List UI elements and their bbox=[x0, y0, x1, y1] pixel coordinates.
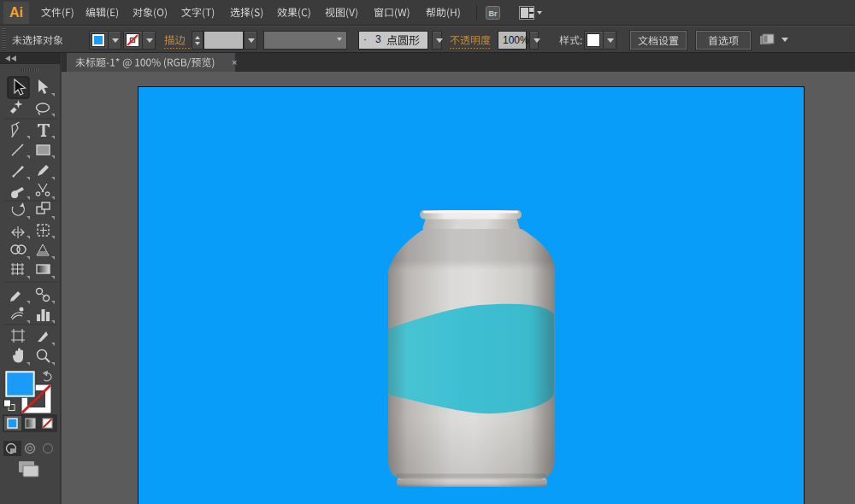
svg-text:Br: Br bbox=[488, 9, 497, 18]
